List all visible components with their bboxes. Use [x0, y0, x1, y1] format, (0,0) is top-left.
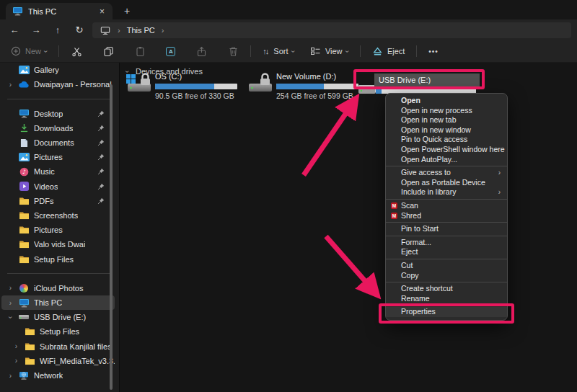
- address-bar[interactable]: › This PC ›: [92, 22, 571, 38]
- sidebar-item-music[interactable]: ♪ Music: [1, 164, 115, 179]
- copy-button[interactable]: [97, 43, 120, 60]
- sidebar-scrollbar[interactable]: [110, 84, 113, 390]
- sidebar-item-network[interactable]: › Network: [1, 368, 115, 383]
- menu-item-give-access-to[interactable]: Give access to›: [386, 168, 507, 178]
- menu-item-shred[interactable]: MShred: [386, 211, 507, 221]
- cut-button[interactable]: [65, 43, 88, 60]
- tab-title: This PC: [28, 7, 92, 16]
- more-options-button[interactable]: •••: [423, 43, 444, 60]
- folder-icon: [18, 254, 30, 264]
- sidebar-item-subrata-files[interactable]: › Subrata Kanjilal files: [1, 339, 115, 354]
- chevron-down-icon[interactable]: ›: [6, 314, 14, 321]
- refresh-button[interactable]: ↻: [71, 22, 88, 38]
- onedrive-cloud-icon: [18, 79, 30, 89]
- new-tab-button[interactable]: +: [119, 3, 135, 19]
- cut-icon: [71, 45, 82, 57]
- menu-item-pin-to-start[interactable]: Pin to Start: [386, 224, 507, 234]
- menu-item-format[interactable]: Format...: [386, 238, 507, 248]
- chevron-right-icon[interactable]: ›: [13, 357, 19, 365]
- monitor-icon: [100, 24, 111, 36]
- sidebar-item-downloads[interactable]: Downloads: [1, 121, 115, 135]
- menu-item-open-autoplay[interactable]: Open AutoPlay...: [386, 155, 507, 165]
- chevron-right-icon[interactable]: ›: [7, 284, 14, 292]
- pin-icon: [97, 110, 105, 117]
- drive-name: New Volume (D:): [276, 72, 358, 82]
- paste-button[interactable]: [128, 43, 151, 60]
- paste-icon: [134, 45, 146, 57]
- menu-item-eject[interactable]: Eject: [386, 247, 507, 257]
- sidebar-item-icloud-photos[interactable]: › iCloud Photos: [1, 281, 115, 295]
- sidebar-item-videos[interactable]: Videos: [1, 179, 115, 194]
- navigation-bar: ← → ↑ ↻ › This PC ›: [0, 19, 577, 40]
- sidebar-item-screenshots[interactable]: Screenshots: [1, 208, 115, 223]
- menu-item-scan[interactable]: MScan: [386, 201, 507, 211]
- up-button[interactable]: ↑: [49, 22, 66, 38]
- back-button[interactable]: ←: [6, 22, 23, 38]
- mcafee-shield-icon: M: [391, 213, 397, 219]
- free-space-label: 90.5 GB free of 330 GB: [155, 92, 237, 100]
- sidebar-item-usb-setup-files[interactable]: Setup Files: [1, 324, 115, 339]
- chevron-right-icon[interactable]: ›: [13, 342, 19, 350]
- submenu-chevron-icon: ›: [498, 168, 501, 178]
- menu-item-open-in-new-window[interactable]: Open in new window: [386, 125, 507, 135]
- annotation-box-properties: [379, 303, 514, 324]
- view-button[interactable]: View ›: [304, 43, 354, 60]
- share-button[interactable]: [190, 43, 213, 60]
- rename-button[interactable]: A: [160, 43, 181, 60]
- menu-item-create-shortcut[interactable]: Create shortcut: [386, 284, 507, 294]
- tab-this-pc[interactable]: This PC ×: [6, 3, 113, 19]
- pin-icon: [97, 139, 105, 146]
- menu-separator: [386, 222, 507, 223]
- pin-icon: [97, 153, 105, 161]
- this-pc-icon: [12, 6, 23, 17]
- desktop-icon: [18, 109, 30, 119]
- sidebar-item-desktop[interactable]: Desktop: [1, 107, 115, 121]
- menu-item-include-in-library[interactable]: Include in library›: [386, 187, 507, 197]
- drive-tile-new-volume-d[interactable]: New Volume (D:) 254 GB free of 599 GB: [247, 72, 358, 100]
- submenu-chevron-icon: ›: [498, 187, 501, 197]
- sidebar-item-valo-vids[interactable]: Valo vids Dwai: [1, 237, 115, 251]
- chevron-right-icon[interactable]: ›: [7, 81, 14, 89]
- more-icon: •••: [428, 48, 439, 55]
- sidebar-item-this-pc[interactable]: › This PC: [1, 295, 115, 310]
- usb-drive-icon: [18, 312, 30, 322]
- context-menu: Open Open in new process Open in new tab…: [385, 93, 508, 321]
- chevron-right-icon[interactable]: ›: [7, 299, 14, 307]
- delete-button[interactable]: [221, 43, 245, 60]
- chevron-down-icon: ›: [289, 50, 297, 52]
- icloud-photos-icon: [18, 283, 30, 293]
- eject-button[interactable]: Eject: [366, 43, 410, 60]
- sidebar-item-pdfs[interactable]: PDFs: [1, 194, 115, 208]
- sort-label: Sort: [273, 47, 288, 55]
- menu-item-open-as-portable-device[interactable]: Open as Portable Device: [386, 178, 507, 188]
- sidebar-item-documents[interactable]: Documents: [1, 135, 115, 150]
- pin-icon: [97, 125, 105, 132]
- menu-item-rename[interactable]: Rename: [386, 294, 507, 304]
- forward-button[interactable]: →: [27, 22, 45, 38]
- menu-item-open-in-new-tab[interactable]: Open in new tab: [386, 115, 507, 125]
- menu-item-open[interactable]: Open: [386, 96, 507, 106]
- tab-close-button[interactable]: ×: [97, 6, 107, 17]
- sidebar-item-pictures[interactable]: Pictures: [1, 150, 115, 164]
- menu-item-open-powershell[interactable]: Open PowerShell window here: [386, 145, 507, 155]
- menu-item-open-in-new-process[interactable]: Open in new process: [386, 106, 507, 116]
- sidebar-item-wifi-mediatek[interactable]: › WiFi_MediaTek_v3.3.0.350: [1, 354, 115, 368]
- sidebar-item-usb-drive[interactable]: › USB Drive (E:): [1, 310, 115, 324]
- menu-item-copy[interactable]: Copy: [386, 271, 507, 281]
- chevron-down-icon: ›: [343, 50, 351, 52]
- sort-button[interactable]: ↑↓ Sort ›: [257, 43, 300, 60]
- chevron-right-icon[interactable]: ›: [7, 372, 14, 380]
- navigation-pane: Gallery › Dwaipayan - Personal Desktop D…: [0, 63, 120, 392]
- drive-tile-os-c[interactable]: OS (C:) 90.5 GB free of 330 GB: [126, 72, 237, 100]
- toolbar-divider: [250, 45, 251, 57]
- menu-item-cut[interactable]: Cut: [386, 261, 507, 271]
- menu-item-pin-to-quick-access[interactable]: Pin to Quick access: [386, 135, 507, 145]
- sidebar-item-setup-files[interactable]: Setup Files: [1, 251, 115, 266]
- sidebar-item-pictures-folder[interactable]: Pictures: [1, 223, 115, 237]
- breadcrumb-this-pc[interactable]: This PC: [127, 26, 155, 35]
- new-button[interactable]: New ›: [4, 43, 53, 60]
- pin-icon: [97, 183, 105, 190]
- sidebar-item-gallery[interactable]: Gallery: [1, 63, 115, 77]
- sidebar-item-onedrive[interactable]: › Dwaipayan - Personal: [1, 77, 115, 92]
- folder-icon: [24, 342, 35, 352]
